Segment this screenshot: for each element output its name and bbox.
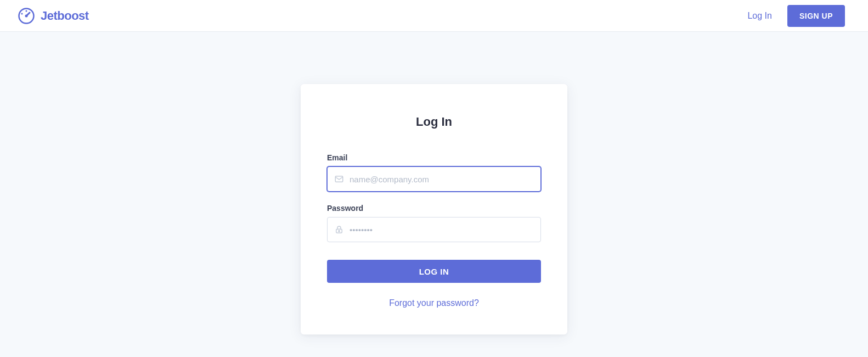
login-link[interactable]: Log In <box>747 11 771 21</box>
svg-point-3 <box>25 14 28 17</box>
mail-icon <box>334 174 344 184</box>
forgot-password-link[interactable]: Forgot your password? <box>327 298 541 308</box>
password-label: Password <box>327 204 541 213</box>
signup-button[interactable]: SIGN UP <box>787 5 845 27</box>
page-title: Log In <box>327 115 541 129</box>
password-input-wrap <box>327 217 541 242</box>
email-label: Email <box>327 153 541 162</box>
svg-point-2 <box>21 13 23 14</box>
logo-text: Jetboost <box>41 9 89 23</box>
main: Log In Email Password <box>0 32 868 334</box>
password-group: Password <box>327 204 541 242</box>
svg-point-1 <box>26 10 27 12</box>
login-card: Log In Email Password <box>301 84 567 334</box>
logo[interactable]: Jetboost <box>18 7 89 25</box>
email-input-wrap <box>327 166 541 192</box>
lock-icon <box>334 225 344 235</box>
header-nav: Log In SIGN UP <box>747 5 845 27</box>
email-group: Email <box>327 153 541 192</box>
password-field[interactable] <box>350 225 534 235</box>
header: Jetboost Log In SIGN UP <box>0 0 868 32</box>
login-button[interactable]: LOG IN <box>327 260 541 283</box>
svg-point-6 <box>339 231 340 232</box>
gauge-icon <box>18 7 35 25</box>
email-field[interactable] <box>350 175 534 184</box>
